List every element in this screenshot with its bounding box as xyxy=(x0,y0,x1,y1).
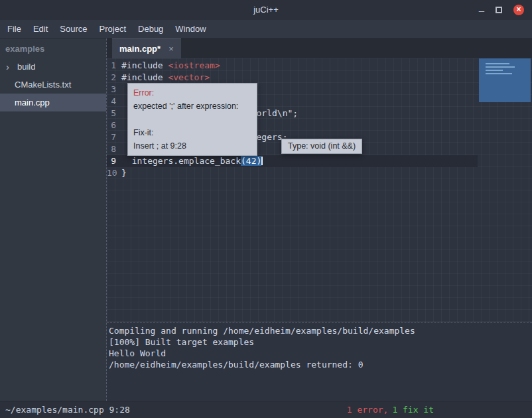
text-cursor xyxy=(261,157,263,165)
minimize-button[interactable]: – xyxy=(479,5,484,15)
terminal-output[interactable]: Compiling and running /home/eidheim/exam… xyxy=(107,322,532,401)
window-controls: – × xyxy=(479,0,524,20)
tabbar: main.cpp* × xyxy=(107,38,532,58)
minimap-code-line xyxy=(486,63,509,64)
main-area: examples › build CMakeLists.txt main.cpp… xyxy=(0,38,532,401)
line-number: 1 xyxy=(107,60,121,72)
sidebar-item-label: build xyxy=(17,62,35,72)
line-number: 9 xyxy=(107,155,121,167)
line-number: 5 xyxy=(107,107,121,119)
terminal-line: Compiling and running /home/eidheim/exam… xyxy=(109,325,532,336)
type-tooltip: Type: void (int &&) xyxy=(281,139,362,154)
menu-debug[interactable]: Debug xyxy=(132,20,169,38)
statusbar: ~/examples/main.cpp 9:28 1 error,1 fix i… xyxy=(0,401,532,418)
menu-project[interactable]: Project xyxy=(94,20,132,38)
bracket-highlight: (42) xyxy=(241,156,261,166)
tab-maincpp[interactable]: main.cpp* × xyxy=(112,38,181,58)
code-text: integers.emplace_back xyxy=(121,156,241,166)
line-number: 8 xyxy=(107,143,121,155)
titlebar: juCi++ – × xyxy=(0,0,532,20)
minimap-code-line xyxy=(486,70,503,71)
menu-file[interactable]: File xyxy=(1,20,27,38)
terminal-line: [100%] Built target examples xyxy=(109,336,532,348)
minimap[interactable] xyxy=(479,58,531,102)
file-location: ~/examples/main.cpp 9:28 xyxy=(5,405,130,415)
menubar: File Edit Source Project Debug Window xyxy=(0,20,532,38)
error-tooltip-title: Error: xyxy=(133,86,251,100)
sidebar-item-label: main.cpp xyxy=(15,98,50,107)
window-title: juCi++ xyxy=(0,0,532,20)
fixit-suggestion: Insert ; at 9:28 xyxy=(133,139,251,153)
project-name: examples xyxy=(0,38,106,58)
include-path: <iostream> xyxy=(168,60,220,70)
file-tree: examples › build CMakeLists.txt main.cpp xyxy=(0,38,106,401)
tab-label: main.cpp* xyxy=(119,44,161,54)
menu-source[interactable]: Source xyxy=(54,20,93,38)
close-button[interactable]: × xyxy=(513,5,524,15)
error-tooltip: Error: expected ';' after expression: Fi… xyxy=(127,83,257,156)
fixit-label: Fix-it: xyxy=(133,126,251,139)
minimap-code-line xyxy=(486,66,515,68)
code-line[interactable]: 2 #include <vector> xyxy=(107,72,478,84)
line-number: 2 xyxy=(107,72,121,84)
terminal-line: /home/eidheim/examples/build/examples re… xyxy=(109,359,532,370)
sidebar-item-build[interactable]: › build xyxy=(0,58,106,76)
code-text: } xyxy=(121,168,127,178)
sidebar-item-cmakelists[interactable]: CMakeLists.txt xyxy=(0,76,106,94)
code-line[interactable]: 10 } xyxy=(107,167,478,179)
menu-window[interactable]: Window xyxy=(169,20,212,38)
chevron-right-icon[interactable]: › xyxy=(6,58,9,76)
restore-button[interactable] xyxy=(496,7,502,13)
sidebar-item-maincpp[interactable]: main.cpp xyxy=(0,94,106,111)
line-number: 7 xyxy=(107,131,121,143)
tab-close-icon[interactable]: × xyxy=(168,44,174,54)
code-text: #include xyxy=(121,72,168,82)
terminal-line: Hello World xyxy=(109,348,532,359)
code-line-current[interactable]: 9 integers.emplace_back(42) xyxy=(107,155,478,167)
code-line[interactable]: 1 #include <iostream> xyxy=(107,60,478,72)
code-text: #include xyxy=(121,60,168,70)
line-number: 6 xyxy=(107,119,121,131)
include-path: <vector> xyxy=(168,72,210,82)
line-number: 4 xyxy=(107,96,121,107)
minimap-code-line xyxy=(486,73,512,74)
fixit-count: 1 fix it xyxy=(392,405,434,415)
code-editor[interactable]: 1 #include <iostream> 2 #include <vector… xyxy=(107,58,532,322)
line-number: 3 xyxy=(107,84,121,96)
diagnostics-summary: 1 error,1 fix it xyxy=(347,401,434,418)
editor-column: main.cpp* × 1 #include <iostream> 2 #inc… xyxy=(106,38,532,401)
error-tooltip-spacer xyxy=(133,113,251,126)
menu-edit[interactable]: Edit xyxy=(27,20,54,38)
error-count: 1 error, xyxy=(347,405,389,415)
line-number: 10 xyxy=(107,167,121,179)
sidebar-item-label: CMakeLists.txt xyxy=(15,80,71,90)
error-tooltip-message: expected ';' after expression: xyxy=(133,100,251,113)
